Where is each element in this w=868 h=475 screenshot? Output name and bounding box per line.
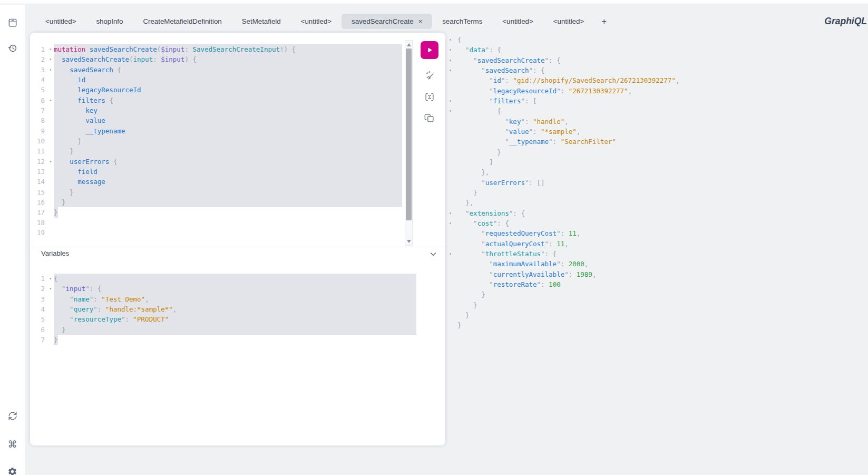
code-line: } — [445, 310, 867, 320]
fold-spacer — [47, 325, 54, 335]
code-line: 7} — [30, 335, 416, 345]
tab-label: <untitled> — [502, 17, 533, 25]
code-line: 5 legacyResourceId — [30, 85, 402, 95]
copy-icon[interactable] — [424, 112, 435, 124]
tab-list: <untitled>shopInfoCreateMetafieldDefinit… — [35, 14, 594, 29]
fold-toggle-icon[interactable]: ▾ — [445, 45, 457, 55]
add-tab-button[interactable]: + — [594, 16, 614, 27]
code-line: ] — [445, 157, 867, 167]
tab-7-untitled[interactable]: <untitled> — [492, 14, 543, 29]
fold-toggle-icon[interactable]: ▾ — [445, 35, 457, 45]
fold-toggle-icon[interactable]: ▾ — [47, 65, 54, 75]
fold-toggle-icon[interactable]: ▾ — [445, 218, 457, 228]
line-number: 10 — [30, 136, 47, 146]
refetch-icon[interactable] — [5, 409, 20, 423]
fold-toggle-icon[interactable]: ▾ — [47, 44, 54, 54]
code-line: 13 field — [30, 167, 402, 177]
merge-fragments-icon[interactable] — [424, 91, 435, 103]
scrollbar-thumb[interactable] — [406, 49, 412, 220]
tab-3-setmetafield[interactable]: SetMetafield — [232, 14, 291, 29]
query-editor[interactable]: 1▾mutation savedSearchCreate($input: Sav… — [30, 44, 402, 238]
code-line: 6 } — [30, 325, 416, 335]
code-line: "value": "*sample", — [445, 127, 867, 137]
tab-0-untitled[interactable]: <untitled> — [35, 14, 86, 29]
fold-toggle-icon[interactable]: ▾ — [47, 274, 54, 284]
tab-bar: <untitled>shopInfoCreateMetafieldDefinit… — [25, 5, 868, 33]
fold-spacer — [445, 188, 457, 198]
fold-toggle-icon[interactable]: ▾ — [445, 96, 457, 106]
code-line: ▾"throttleStatus": { — [445, 249, 867, 259]
line-number: 15 — [30, 187, 47, 197]
line-number: 1 — [30, 44, 47, 54]
fold-spacer — [47, 187, 54, 197]
keyboard-shortcuts-icon[interactable]: ⌘ — [5, 437, 20, 451]
fold-toggle-icon[interactable]: ▾ — [47, 157, 54, 167]
tab-8-untitled[interactable]: <untitled> — [543, 14, 594, 29]
fold-toggle-icon[interactable]: ▾ — [47, 284, 54, 294]
editor-card: 1▾mutation savedSearchCreate($input: Sav… — [30, 33, 445, 445]
line-number: 6 — [30, 95, 47, 105]
fold-spacer — [47, 207, 54, 217]
code-line: } — [445, 147, 867, 157]
code-line: "restoreRate": 100 — [445, 279, 867, 289]
fold-toggle-icon[interactable]: ▾ — [445, 208, 457, 218]
code-line: 11 } — [30, 146, 402, 156]
scrollbar-down-arrow-icon[interactable] — [405, 238, 412, 245]
tab-label: <untitled> — [45, 17, 76, 25]
line-number: 8 — [30, 115, 47, 125]
tab-label: searchTerms — [442, 17, 482, 25]
code-line: "__typename": "SearchFilter" — [445, 137, 867, 147]
tab-label: SetMetafield — [242, 17, 281, 25]
fold-spacer — [47, 177, 54, 187]
line-number: 3 — [30, 294, 47, 304]
prettify-icon[interactable] — [424, 70, 435, 82]
settings-gear-icon[interactable] — [5, 464, 20, 475]
history-icon[interactable] — [5, 41, 20, 55]
tab-5-savedsearchcreate[interactable]: savedSearchCreate× — [342, 14, 432, 29]
fold-spacer — [47, 75, 54, 85]
code-line: 18 — [30, 218, 402, 228]
fold-spacer — [47, 126, 54, 136]
code-line: 6▾ filters { — [30, 95, 402, 105]
fold-toggle-icon[interactable]: ▾ — [445, 249, 457, 259]
fold-spacer — [445, 137, 457, 147]
docs-icon[interactable] — [5, 15, 20, 30]
fold-spacer — [445, 239, 457, 249]
fold-spacer — [445, 157, 457, 167]
variables-divider — [30, 247, 445, 247]
chevron-down-icon[interactable] — [428, 250, 438, 259]
execute-button[interactable] — [421, 41, 438, 59]
fold-toggle-icon[interactable]: ▾ — [445, 106, 457, 116]
fold-spacer — [445, 228, 457, 238]
line-number: 16 — [30, 197, 47, 207]
line-number: 4 — [30, 75, 47, 85]
tab-1-shopinfo[interactable]: shopInfo — [86, 14, 133, 29]
fold-spacer — [47, 314, 54, 324]
tab-6-searchterms[interactable]: searchTerms — [432, 14, 492, 29]
code-line: ▾"cost": { — [445, 218, 867, 228]
query-scrollbar[interactable] — [405, 40, 413, 246]
graphiql-logo: GraphiQL — [824, 16, 867, 27]
tab-2-createmetafielddefinition[interactable]: CreateMetafieldDefinition — [133, 14, 231, 29]
line-number: 11 — [30, 146, 47, 156]
fold-toggle-icon[interactable]: ▾ — [47, 54, 54, 64]
tab-close-icon[interactable]: × — [418, 18, 423, 25]
code-line: 2▾ "input": { — [30, 284, 416, 294]
fold-toggle-icon[interactable]: ▾ — [47, 95, 54, 105]
code-line: 3 "name": "Test Demo", — [30, 294, 416, 304]
line-number: 14 — [30, 177, 47, 187]
code-line: 8 value — [30, 115, 402, 125]
scrollbar-up-arrow-icon[interactable] — [405, 41, 412, 48]
code-line: 4 "query": "handle:*sample*", — [30, 304, 416, 314]
tab-4-untitled[interactable]: <untitled> — [291, 14, 342, 29]
tab-label: shopInfo — [96, 17, 123, 25]
code-line: 3▾ savedSearch { — [30, 65, 402, 75]
fold-toggle-icon[interactable]: ▾ — [445, 65, 457, 75]
line-number: 17 — [30, 207, 47, 217]
code-line: 9 __typename — [30, 126, 402, 136]
variables-editor[interactable]: 1▾{2▾ "input": {3 "name": "Test Demo",4 … — [30, 274, 416, 345]
code-line: 7 key — [30, 105, 402, 115]
fold-toggle-icon[interactable]: ▾ — [445, 55, 457, 65]
fold-spacer — [47, 304, 54, 314]
code-line: 19 — [30, 228, 402, 238]
